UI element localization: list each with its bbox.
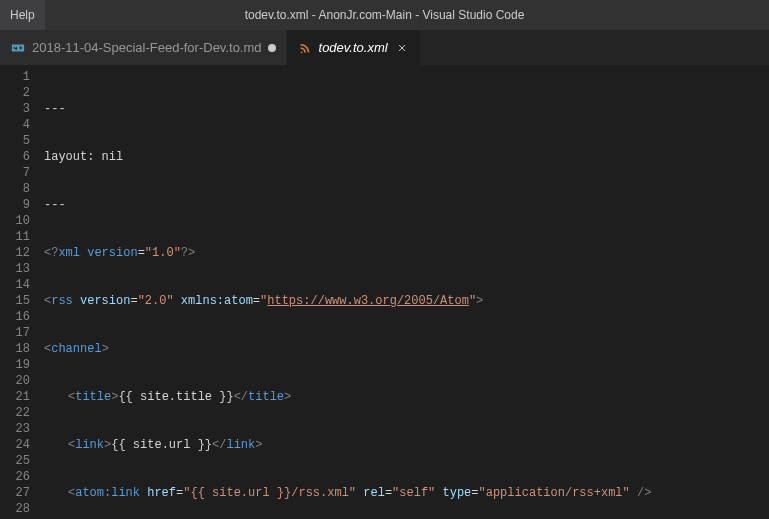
line-number: 18 xyxy=(0,341,30,357)
line-number: 3 xyxy=(0,101,30,117)
code-line: <rss version="2.0" xmlns:atom="https://w… xyxy=(44,293,769,309)
line-number: 10 xyxy=(0,213,30,229)
line-number: 9 xyxy=(0,197,30,213)
line-number: 12 xyxy=(0,245,30,261)
code-line: layout: nil xyxy=(44,149,769,165)
code-line: --- xyxy=(44,197,769,213)
line-number: 24 xyxy=(0,437,30,453)
line-number: 26 xyxy=(0,469,30,485)
line-number: 22 xyxy=(0,405,30,421)
line-number: 28 xyxy=(0,501,30,517)
line-number: 16 xyxy=(0,309,30,325)
code-line: <link>{{ site.url }}</link> xyxy=(44,437,769,453)
line-number: 27 xyxy=(0,485,30,501)
code-line: <atom:link href="{{ site.url }}/rss.xml"… xyxy=(44,485,769,501)
window-title: todev.to.xml - AnonJr.com-Main - Visual … xyxy=(245,8,525,22)
markdown-icon xyxy=(10,40,26,56)
line-number: 5 xyxy=(0,133,30,149)
line-number: 11 xyxy=(0,229,30,245)
menu-help[interactable]: Help xyxy=(0,0,45,30)
gutter: 1 2 3 4 5 6 7 8 9 10 11 12 13 14 15 16 1… xyxy=(0,65,44,519)
line-number: 4 xyxy=(0,117,30,133)
code-line: <channel> xyxy=(44,341,769,357)
code-line: --- xyxy=(44,101,769,117)
line-number: 20 xyxy=(0,373,30,389)
code-line: <?xml version="1.0"?> xyxy=(44,245,769,261)
code-line: <title>{{ site.title }}</title> xyxy=(44,389,769,405)
line-number: 23 xyxy=(0,421,30,437)
tabs: 2018-11-04-Special-Feed-for-Dev.to.md to… xyxy=(0,30,769,65)
code-area[interactable]: --- layout: nil --- <?xml version="1.0"?… xyxy=(44,65,769,519)
line-number: 8 xyxy=(0,181,30,197)
line-number: 17 xyxy=(0,325,30,341)
line-number: 7 xyxy=(0,165,30,181)
tab-label: 2018-11-04-Special-Feed-for-Dev.to.md xyxy=(32,40,262,55)
line-number: 6 xyxy=(0,149,30,165)
line-number: 19 xyxy=(0,357,30,373)
line-number: 15 xyxy=(0,293,30,309)
line-number: 1 xyxy=(0,69,30,85)
tab-label: todev.to.xml xyxy=(319,40,388,55)
tab-xml-file[interactable]: todev.to.xml xyxy=(287,30,421,65)
line-number: 13 xyxy=(0,261,30,277)
dirty-indicator-icon[interactable] xyxy=(268,44,276,52)
line-number: 14 xyxy=(0,277,30,293)
line-number: 21 xyxy=(0,389,30,405)
line-number: 25 xyxy=(0,453,30,469)
titlebar: Help todev.to.xml - AnonJr.com-Main - Vi… xyxy=(0,0,769,30)
rss-icon xyxy=(297,40,313,56)
editor[interactable]: 1 2 3 4 5 6 7 8 9 10 11 12 13 14 15 16 1… xyxy=(0,65,769,519)
line-number: 2 xyxy=(0,85,30,101)
close-icon[interactable] xyxy=(394,40,410,56)
tab-markdown-file[interactable]: 2018-11-04-Special-Feed-for-Dev.to.md xyxy=(0,30,287,65)
